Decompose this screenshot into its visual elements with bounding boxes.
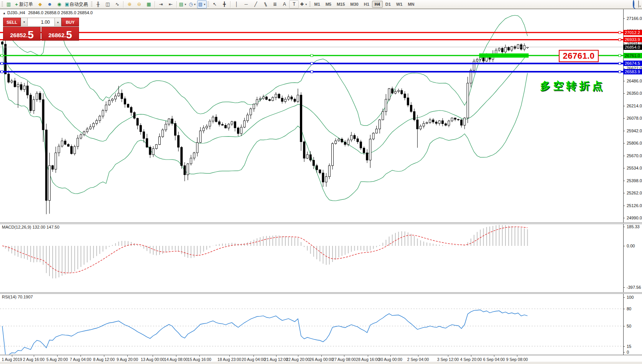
chat-icon[interactable] (638, 1, 639, 8)
time-axis-label: 3 Sep 12:00 (437, 357, 459, 362)
periods-button[interactable]: ◷▼ (188, 0, 197, 8)
axis-tick-mark (623, 81, 625, 81)
axis-tick-label: 80 (627, 306, 631, 311)
zoom-in-button[interactable]: ⊕ (125, 0, 134, 8)
trendline-button[interactable]: ╱ (251, 0, 260, 8)
bar-chart-button[interactable]: ╫ (93, 0, 103, 8)
tile-windows-button[interactable]: ▦ (144, 0, 153, 8)
time-axis-label: 7 Aug 04:00 (70, 357, 91, 362)
timeframe-h4-button[interactable]: H4 (372, 1, 383, 8)
signal-icon[interactable]: ◉ (54, 0, 64, 8)
time-axis-label: 27 Aug 08:00 (332, 357, 356, 362)
price-callout-box[interactable]: 26761.0 (559, 50, 599, 62)
time-axis-label: 5 Aug 20:00 (46, 357, 68, 362)
horizontal-line-button[interactable]: ─ (241, 0, 251, 8)
auto-scroll-button[interactable]: ⇥ (156, 0, 166, 8)
timeframe-w1-button[interactable]: W1 (393, 1, 405, 8)
buy-button[interactable]: BUY (61, 18, 79, 26)
time-axis-label: 2 Aug 16:00 (23, 357, 44, 362)
time-axis-tick (34, 355, 34, 357)
axis-tick-label: 26214.0 (627, 104, 642, 108)
toolbar-drag-handle[interactable] (207, 2, 209, 7)
volume-input[interactable]: 1.00 (28, 18, 54, 26)
profile-icon[interactable]: ☻ (45, 0, 54, 8)
timeframe-mn-button[interactable]: MN (405, 1, 417, 8)
window-border (0, 9, 642, 9)
time-axis-label: 13 Aug 00:00 (141, 357, 165, 362)
time-axis-tick (368, 355, 368, 357)
vertical-line-button[interactable]: │ (232, 0, 241, 8)
buy-price-main: 26862 (48, 32, 64, 38)
timeframe-m5-button[interactable]: M5 (323, 1, 334, 8)
timeframe-m1-button[interactable]: M1 (311, 1, 323, 8)
equidistant-channel-button[interactable]: ∥ (260, 0, 270, 8)
new-order-button[interactable]: ＋ 新订单 (13, 0, 35, 8)
symbol-label: DJ30-,H4 (7, 10, 25, 15)
candle-chart-button[interactable]: ◫ (103, 0, 112, 8)
time-axis-tick (127, 355, 128, 357)
axis-tick-label: 25806.0 (627, 141, 642, 145)
time-axis-tick (57, 355, 58, 357)
timeframe-h1-button[interactable]: H1 (361, 1, 372, 8)
bottom-strip (0, 362, 642, 364)
axis-tick-label: -397.56 (627, 285, 641, 290)
axis-tick-mark (623, 106, 625, 106)
search-icon[interactable] (633, 1, 634, 8)
price-axis[interactable]: 27166.027030.026894.026758.026622.026486… (624, 0, 642, 355)
axis-tick-mark (623, 93, 625, 94)
line-chart-button[interactable]: ∿ (112, 0, 122, 8)
time-axis-tick (199, 355, 200, 357)
volume-increase-button[interactable]: ▲ (54, 18, 61, 26)
time-axis-label: 4 Sep 20:00 (460, 357, 482, 362)
time-axis-tick (321, 355, 322, 357)
time-axis-tick (390, 355, 391, 357)
sell-button[interactable]: SELL (3, 18, 21, 26)
time-axis-tick (104, 355, 104, 357)
toolbar-drag-handle[interactable] (91, 2, 92, 7)
pane-divider[interactable] (0, 222, 642, 224)
pane-divider[interactable] (0, 292, 642, 294)
chart-canvas[interactable] (0, 0, 623, 364)
templates-button[interactable]: ▧▼ (197, 0, 207, 8)
shapes-button[interactable]: ❖▼ (299, 0, 308, 8)
ticket-icon[interactable]: ◆ (35, 0, 45, 8)
text-label-button[interactable]: T (289, 0, 299, 8)
sell-price-button[interactable]: 26852.5 (3, 27, 41, 41)
volume-decrease-button[interactable]: ▼ (21, 18, 28, 26)
expand-arrow-icon[interactable]: ▲ (3, 12, 6, 15)
axis-tick-label: 25534.0 (627, 166, 642, 170)
timeframe-m15-button[interactable]: M15 (334, 1, 347, 8)
time-axis-tick (298, 355, 298, 357)
time-axis-label: 9 Aug 20:00 (117, 357, 138, 362)
axis-tick-mark (623, 193, 625, 193)
fibonacci-button[interactable]: ≣ (270, 0, 280, 8)
time-axis-label: 21 Aug 12:00 (264, 357, 288, 362)
time-axis-tick (12, 355, 12, 357)
ohlc-label: 26846.0 26858.0 26835.0 26854.0 (28, 10, 92, 15)
zoom-out-button[interactable]: ⊖ (134, 0, 144, 8)
axis-tick-label: 27166.0 (627, 16, 642, 21)
toolbar-separator (230, 1, 230, 8)
toolbar-drag-handle[interactable] (309, 2, 311, 7)
macd-indicator-label: MACD(12,26,9) 132.00 147.50 (2, 225, 59, 229)
buy-price-pips: 5 (66, 30, 72, 40)
time-axis-label: 20 Aug 04:00 (242, 357, 265, 362)
time-axis-tick (344, 355, 344, 357)
indicators-button[interactable]: ▤▼ (178, 0, 188, 8)
cursor-button[interactable]: ↖ (210, 0, 219, 8)
chart-title: ▲DJ30-,H426846.0 26858.0 26835.0 26854.0 (3, 10, 93, 15)
crosshair-button[interactable]: ╋ (219, 0, 229, 8)
axis-tick-mark (623, 287, 625, 288)
axis-tick-mark (623, 68, 625, 69)
time-axis-tick (471, 355, 471, 357)
axis-tick-label: 25670.0 (627, 153, 642, 158)
timeframe-m30-button[interactable]: M30 (347, 1, 361, 8)
text-button[interactable]: A (280, 0, 289, 8)
chart-shift-button[interactable]: ⇤ (166, 0, 175, 8)
app-chart-icon[interactable]: ▥ (4, 0, 13, 8)
toolbar-drag-handle[interactable] (2, 2, 3, 7)
new-order-icon: ＋ (14, 1, 19, 8)
timeframe-d1-button[interactable]: D1 (383, 1, 393, 8)
buy-price-button[interactable]: 26862.5 (41, 27, 79, 41)
auto-trading-button[interactable]: ▣ 自动交易 (64, 0, 90, 8)
